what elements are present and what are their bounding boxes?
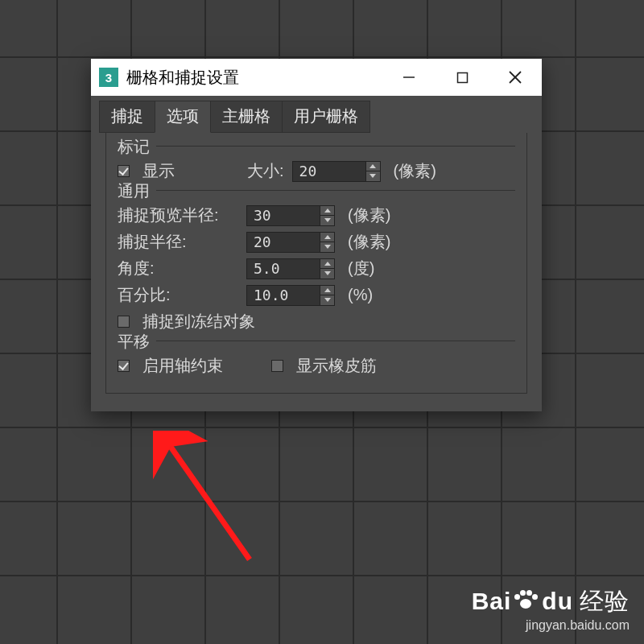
percent-unit: (%) — [348, 286, 373, 304]
options-panel: 标记 显示 大小: 20 (像素) 通用 — [105, 133, 527, 394]
axis-constraint-checkbox[interactable] — [118, 360, 130, 372]
watermark-tag: 经验 — [580, 587, 630, 616]
snap-frozen-checkbox[interactable] — [118, 316, 130, 328]
spinner-arrows[interactable] — [366, 161, 381, 182]
size-spinner[interactable]: 20 — [292, 161, 381, 182]
angle-spinner[interactable]: 5.0 — [246, 258, 335, 279]
axis-constraint-label: 启用轴约束 — [142, 355, 223, 377]
snap-radius-spinner[interactable]: 20 — [246, 232, 335, 253]
size-label: 大小: — [247, 160, 284, 182]
minimize-icon — [402, 71, 415, 84]
preview-radius-value[interactable]: 30 — [246, 205, 320, 226]
show-label: 显示 — [142, 160, 199, 182]
angle-label: 角度: — [118, 258, 238, 279]
show-checkbox[interactable] — [118, 165, 130, 177]
maximize-button[interactable] — [436, 59, 489, 96]
titlebar[interactable]: 3 栅格和捕捉设置 — [91, 59, 542, 96]
tab-bar: 捕捉 选项 主栅格 用户栅格 — [91, 96, 542, 133]
general-title: 通用 — [118, 180, 156, 202]
percent-spinner[interactable]: 10.0 — [246, 285, 335, 306]
angle-unit: (度) — [348, 258, 374, 279]
tab-home-grid[interactable]: 主栅格 — [210, 101, 283, 133]
translate-title: 平移 — [118, 331, 156, 353]
general-section: 通用 捕捉预览半径: 30 (像素) 捕捉半径: 20 (像 — [118, 188, 515, 332]
tab-options[interactable]: 选项 — [155, 101, 211, 133]
close-button[interactable] — [489, 59, 542, 96]
window-title: 栅格和捕捉设置 — [126, 67, 239, 89]
paw-icon — [514, 589, 537, 609]
watermark-text-2: du — [542, 587, 573, 616]
size-unit: (像素) — [394, 160, 436, 182]
grid-snap-settings-dialog: 3 栅格和捕捉设置 捕捉 选项 主栅格 用户栅格 标记 — [91, 59, 542, 411]
watermark-text-1: Bai — [472, 587, 512, 616]
snap-radius-value[interactable]: 20 — [246, 232, 320, 253]
watermark: Bai du 经验 jingyan.baidu.com — [472, 587, 630, 633]
percent-label: 百分比: — [118, 284, 238, 306]
preview-radius-unit: (像素) — [348, 204, 390, 226]
marker-title: 标记 — [118, 136, 156, 158]
maximize-icon — [456, 72, 469, 84]
app-icon: 3 — [99, 68, 118, 87]
angle-value[interactable]: 5.0 — [246, 258, 320, 279]
rubber-band-checkbox[interactable] — [271, 360, 283, 372]
percent-value[interactable]: 10.0 — [246, 285, 320, 306]
close-icon — [508, 70, 522, 85]
snap-radius-unit: (像素) — [348, 231, 390, 253]
rubber-band-label: 显示橡皮筋 — [296, 355, 377, 377]
tab-snap[interactable]: 捕捉 — [99, 101, 155, 133]
watermark-url: jingyan.baidu.com — [472, 617, 630, 633]
preview-radius-label: 捕捉预览半径: — [118, 204, 238, 226]
preview-radius-spinner[interactable]: 30 — [246, 205, 335, 226]
marker-section: 标记 显示 大小: 20 (像素) — [118, 144, 515, 182]
snap-frozen-label: 捕捉到冻结对象 — [142, 311, 255, 332]
size-value[interactable]: 20 — [292, 161, 366, 182]
svg-rect-1 — [457, 72, 467, 82]
minimize-button[interactable] — [382, 59, 436, 96]
tab-user-grid[interactable]: 用户栅格 — [282, 101, 370, 133]
translate-section: 平移 启用轴约束 显示橡皮筋 — [118, 339, 515, 377]
snap-radius-label: 捕捉半径: — [118, 231, 238, 253]
dialog-body: 捕捉 选项 主栅格 用户栅格 标记 显示 大小: 20 — [91, 96, 542, 411]
